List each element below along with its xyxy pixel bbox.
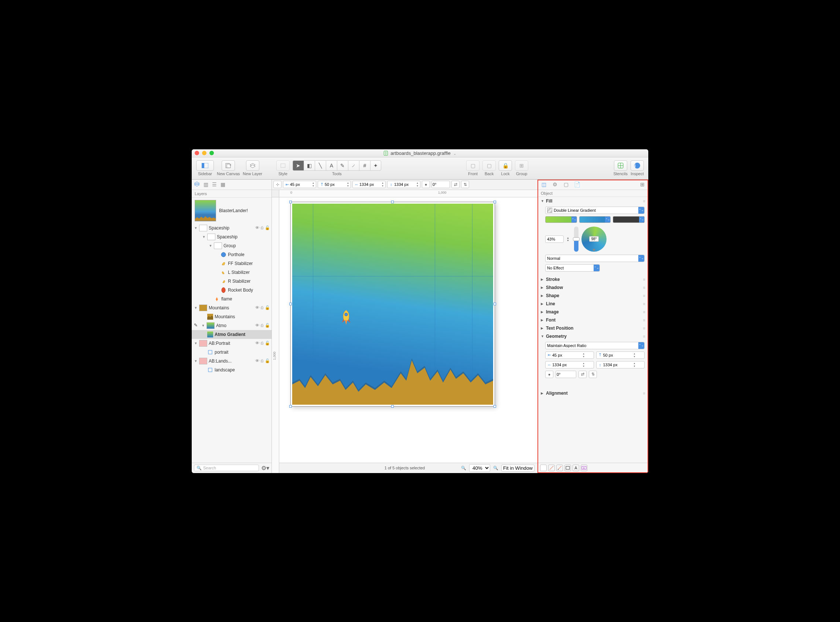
- w-field[interactable]: ↔▲▼: [352, 181, 386, 188]
- midpoint-field[interactable]: 43%: [545, 235, 564, 243]
- insp-flip-v[interactable]: ⇅: [589, 371, 597, 378]
- point-tool[interactable]: ⟋: [348, 160, 359, 171]
- rocket-shape[interactable]: [339, 309, 353, 326]
- style-swatch-text[interactable]: A: [572, 465, 579, 471]
- layer-row[interactable]: ▼AB:Lands...👁⎙🔓: [192, 357, 271, 366]
- shape-tool[interactable]: ◧: [304, 160, 315, 171]
- zoom-out-icon[interactable]: 🔍: [461, 466, 466, 471]
- pen-tool[interactable]: ✎: [337, 160, 348, 171]
- ruler-vertical[interactable]: 1,000: [272, 197, 279, 473]
- layer-row[interactable]: flame: [192, 294, 271, 303]
- ruler-horizontal[interactable]: 01,000: [279, 190, 537, 197]
- style-swatch-line[interactable]: [548, 465, 555, 471]
- visibility-icon[interactable]: 👁: [255, 305, 259, 310]
- stamp-tool[interactable]: ✦: [370, 160, 381, 171]
- chevron-down-icon[interactable]: ⌄: [453, 151, 456, 156]
- disclosure-icon[interactable]: ▼: [194, 226, 198, 230]
- style-swatch-none[interactable]: [540, 465, 547, 471]
- selection-tab-icon[interactable]: ▦: [221, 181, 225, 188]
- disclosure-icon[interactable]: ▼: [202, 235, 206, 239]
- disclosure-icon[interactable]: ▼: [194, 306, 198, 310]
- effect-select[interactable]: No Effect⌃⌄: [545, 264, 600, 271]
- disclosure-icon[interactable]: ▼: [194, 359, 198, 363]
- lock-icon[interactable]: 🔓: [265, 305, 270, 310]
- gear-icon[interactable]: ⚙︎▾: [261, 465, 269, 471]
- text-tool[interactable]: A: [326, 160, 337, 171]
- print-icon[interactable]: ⎙: [261, 341, 263, 346]
- text-position-section-header[interactable]: ▶Text Position≡: [538, 324, 648, 332]
- disclosure-icon[interactable]: ▼: [209, 244, 212, 248]
- disclosure-icon[interactable]: ▼: [201, 324, 205, 328]
- flip-v-button[interactable]: ⇅: [461, 181, 469, 188]
- layer-row[interactable]: L Stabilizer: [192, 268, 271, 277]
- stencils-button[interactable]: [614, 160, 627, 171]
- insp-y-field[interactable]: ⤒▲▼: [596, 351, 645, 359]
- layer-row[interactable]: ▼Spaceship: [192, 232, 271, 241]
- ruler-corner[interactable]: [272, 190, 279, 197]
- lock-button[interactable]: 🔒: [499, 160, 512, 171]
- layer-row[interactable]: Mountains: [192, 312, 271, 321]
- sidebar-toggle-button[interactable]: [196, 160, 214, 171]
- close-icon[interactable]: [195, 151, 199, 155]
- visibility-icon[interactable]: 👁: [255, 323, 259, 328]
- h-field[interactable]: ↕▲▼: [387, 181, 420, 188]
- layer-row[interactable]: Porthole: [192, 250, 271, 259]
- outline-tab-icon[interactable]: ☰: [212, 181, 217, 188]
- insp-flip-h[interactable]: ⇄: [578, 371, 587, 378]
- zoom-in-icon[interactable]: 🔍: [493, 466, 498, 471]
- stroke-section-header[interactable]: ▶Stroke≡: [538, 275, 648, 284]
- front-button[interactable]: ▢: [466, 160, 479, 171]
- line-tool[interactable]: ╲: [315, 160, 326, 171]
- canvas-tab-icon[interactable]: ▢: [562, 181, 570, 188]
- shape-section-header[interactable]: ▶Shape≡: [538, 291, 648, 300]
- visibility-icon[interactable]: 👁: [255, 341, 259, 346]
- midpoint-stepper[interactable]: ▲▼: [567, 236, 571, 242]
- insp-w-field[interactable]: ↔▲▼: [545, 361, 594, 369]
- zoom-select[interactable]: 40%: [469, 464, 490, 472]
- mountains-shape[interactable]: [292, 353, 493, 405]
- search-input[interactable]: 🔍Search: [194, 465, 259, 471]
- canvas-viewport[interactable]: 01,000 1,000: [272, 190, 537, 473]
- visibility-icon[interactable]: 👁: [255, 226, 259, 230]
- layer-row[interactable]: R Stabilizer: [192, 277, 271, 286]
- inspect-button[interactable]: i: [630, 160, 644, 171]
- gradient-color-3[interactable]: ⌃⌄: [613, 216, 645, 223]
- x-field[interactable]: ⇤▲▼: [283, 181, 316, 188]
- new-canvas-button[interactable]: +: [222, 160, 235, 171]
- geometry-section-header[interactable]: ▼Geometry≡: [538, 332, 648, 340]
- new-layer-button[interactable]: [246, 160, 259, 171]
- document-tab-icon[interactable]: 📄: [573, 181, 581, 188]
- flip-h-button[interactable]: ⇄: [451, 181, 460, 188]
- group-button[interactable]: ⊞: [515, 160, 528, 171]
- layer-row[interactable]: ▼AB:Portrait👁⎙🔓: [192, 339, 271, 348]
- insp-rot-field[interactable]: [555, 371, 576, 378]
- stepper[interactable]: ▲▼: [311, 181, 315, 188]
- line-section-header[interactable]: ▶Line≡: [538, 300, 648, 308]
- lock-icon[interactable]: 🔓: [265, 226, 270, 230]
- fit-window-button[interactable]: Fit in Window: [501, 465, 534, 471]
- style-swatch-pen[interactable]: [556, 465, 563, 471]
- style-swatch-textbox[interactable]: A: [581, 465, 587, 471]
- layer-row[interactable]: FF Stabilizer: [192, 259, 271, 268]
- lock-icon[interactable]: 🔓: [265, 358, 270, 363]
- print-icon[interactable]: ⎙: [261, 305, 263, 310]
- minimize-icon[interactable]: [202, 151, 207, 155]
- grip-icon[interactable]: ≡: [643, 199, 645, 203]
- rotation-indicator[interactable]: ●: [545, 371, 553, 378]
- grid-view-icon[interactable]: ⊞: [639, 181, 646, 188]
- canvas-row[interactable]: BlasterLander!: [192, 198, 271, 224]
- rot-field[interactable]: [431, 181, 450, 188]
- zoom-icon[interactable]: [210, 151, 214, 155]
- layer-row[interactable]: portrait: [192, 348, 271, 357]
- guide-h1[interactable]: [292, 276, 493, 276]
- layer-row[interactable]: Rocket Body: [192, 286, 271, 294]
- lock-icon[interactable]: 🔓: [265, 341, 270, 346]
- layer-row[interactable]: ✎▼Atmo👁⎙🔓: [192, 321, 271, 330]
- guides-tab-icon[interactable]: ▥: [204, 181, 208, 188]
- y-field[interactable]: ⤒▲▼: [318, 181, 351, 188]
- aspect-ratio-select[interactable]: Maintain Aspect Ratio⌃⌄: [545, 342, 645, 349]
- fill-type-select[interactable]: Double Linear Gradient⌃⌄: [545, 207, 645, 214]
- font-section-header[interactable]: ▶Font≡: [538, 316, 648, 324]
- insp-h-field[interactable]: ↕▲▼: [596, 361, 645, 369]
- layer-row[interactable]: ▼Group: [192, 241, 271, 250]
